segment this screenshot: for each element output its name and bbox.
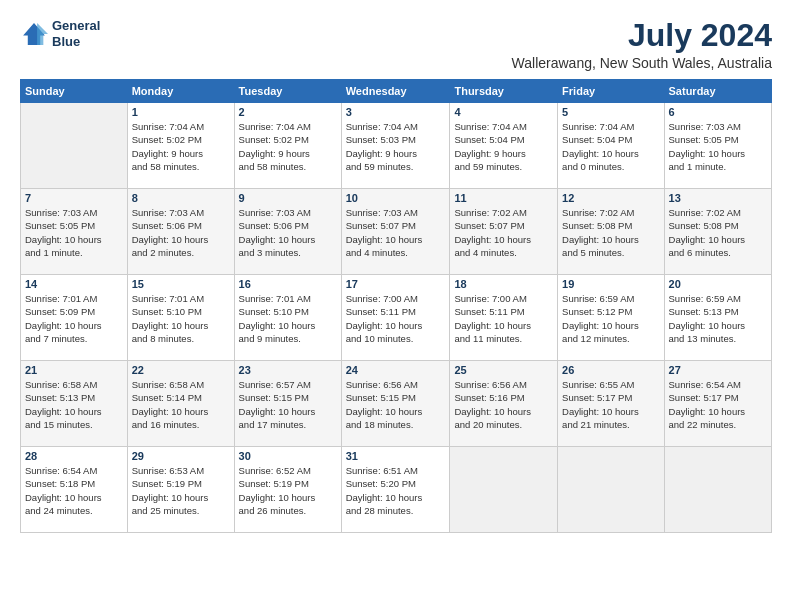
day-info: Sunrise: 7:02 AM Sunset: 5:07 PM Dayligh… (454, 206, 553, 259)
calendar-cell (450, 447, 558, 533)
calendar-week-row: 7Sunrise: 7:03 AM Sunset: 5:05 PM Daylig… (21, 189, 772, 275)
weekday-header: Wednesday (341, 80, 450, 103)
calendar-cell: 26Sunrise: 6:55 AM Sunset: 5:17 PM Dayli… (558, 361, 664, 447)
calendar-cell: 31Sunrise: 6:51 AM Sunset: 5:20 PM Dayli… (341, 447, 450, 533)
calendar-cell: 5Sunrise: 7:04 AM Sunset: 5:04 PM Daylig… (558, 103, 664, 189)
day-number: 5 (562, 106, 659, 118)
day-info: Sunrise: 6:58 AM Sunset: 5:13 PM Dayligh… (25, 378, 123, 431)
day-number: 11 (454, 192, 553, 204)
day-info: Sunrise: 6:57 AM Sunset: 5:15 PM Dayligh… (239, 378, 337, 431)
logo-icon (20, 20, 48, 48)
title-block: July 2024 Wallerawang, New South Wales, … (512, 18, 772, 71)
day-info: Sunrise: 7:03 AM Sunset: 5:06 PM Dayligh… (132, 206, 230, 259)
day-info: Sunrise: 6:55 AM Sunset: 5:17 PM Dayligh… (562, 378, 659, 431)
day-number: 4 (454, 106, 553, 118)
day-number: 17 (346, 278, 446, 290)
calendar-cell: 24Sunrise: 6:56 AM Sunset: 5:15 PM Dayli… (341, 361, 450, 447)
day-info: Sunrise: 7:03 AM Sunset: 5:06 PM Dayligh… (239, 206, 337, 259)
calendar-week-row: 21Sunrise: 6:58 AM Sunset: 5:13 PM Dayli… (21, 361, 772, 447)
calendar-cell: 17Sunrise: 7:00 AM Sunset: 5:11 PM Dayli… (341, 275, 450, 361)
day-number: 3 (346, 106, 446, 118)
weekday-header: Sunday (21, 80, 128, 103)
day-number: 28 (25, 450, 123, 462)
day-info: Sunrise: 7:00 AM Sunset: 5:11 PM Dayligh… (346, 292, 446, 345)
weekday-header: Thursday (450, 80, 558, 103)
day-info: Sunrise: 7:03 AM Sunset: 5:07 PM Dayligh… (346, 206, 446, 259)
weekday-header: Friday (558, 80, 664, 103)
calendar-cell: 8Sunrise: 7:03 AM Sunset: 5:06 PM Daylig… (127, 189, 234, 275)
day-number: 24 (346, 364, 446, 376)
day-number: 20 (669, 278, 767, 290)
day-info: Sunrise: 7:04 AM Sunset: 5:02 PM Dayligh… (132, 120, 230, 173)
calendar-cell: 30Sunrise: 6:52 AM Sunset: 5:19 PM Dayli… (234, 447, 341, 533)
calendar-week-row: 28Sunrise: 6:54 AM Sunset: 5:18 PM Dayli… (21, 447, 772, 533)
day-number: 1 (132, 106, 230, 118)
day-number: 6 (669, 106, 767, 118)
calendar-table: SundayMondayTuesdayWednesdayThursdayFrid… (20, 79, 772, 533)
logo-text: General Blue (52, 18, 100, 49)
day-number: 26 (562, 364, 659, 376)
day-info: Sunrise: 6:53 AM Sunset: 5:19 PM Dayligh… (132, 464, 230, 517)
day-number: 29 (132, 450, 230, 462)
calendar-cell: 19Sunrise: 6:59 AM Sunset: 5:12 PM Dayli… (558, 275, 664, 361)
day-number: 15 (132, 278, 230, 290)
day-info: Sunrise: 6:54 AM Sunset: 5:18 PM Dayligh… (25, 464, 123, 517)
day-info: Sunrise: 7:00 AM Sunset: 5:11 PM Dayligh… (454, 292, 553, 345)
day-number: 9 (239, 192, 337, 204)
page: General Blue July 2024 Wallerawang, New … (0, 0, 792, 612)
day-number: 19 (562, 278, 659, 290)
day-info: Sunrise: 7:03 AM Sunset: 5:05 PM Dayligh… (669, 120, 767, 173)
day-number: 18 (454, 278, 553, 290)
day-number: 8 (132, 192, 230, 204)
day-number: 7 (25, 192, 123, 204)
day-info: Sunrise: 7:04 AM Sunset: 5:03 PM Dayligh… (346, 120, 446, 173)
calendar-cell: 9Sunrise: 7:03 AM Sunset: 5:06 PM Daylig… (234, 189, 341, 275)
day-number: 13 (669, 192, 767, 204)
day-info: Sunrise: 7:04 AM Sunset: 5:02 PM Dayligh… (239, 120, 337, 173)
calendar-cell (558, 447, 664, 533)
calendar-week-row: 14Sunrise: 7:01 AM Sunset: 5:09 PM Dayli… (21, 275, 772, 361)
calendar-cell: 21Sunrise: 6:58 AM Sunset: 5:13 PM Dayli… (21, 361, 128, 447)
day-number: 30 (239, 450, 337, 462)
calendar-cell: 3Sunrise: 7:04 AM Sunset: 5:03 PM Daylig… (341, 103, 450, 189)
day-info: Sunrise: 6:59 AM Sunset: 5:12 PM Dayligh… (562, 292, 659, 345)
day-info: Sunrise: 7:04 AM Sunset: 5:04 PM Dayligh… (454, 120, 553, 173)
calendar-cell: 1Sunrise: 7:04 AM Sunset: 5:02 PM Daylig… (127, 103, 234, 189)
calendar-cell: 15Sunrise: 7:01 AM Sunset: 5:10 PM Dayli… (127, 275, 234, 361)
calendar-week-row: 1Sunrise: 7:04 AM Sunset: 5:02 PM Daylig… (21, 103, 772, 189)
day-info: Sunrise: 7:03 AM Sunset: 5:05 PM Dayligh… (25, 206, 123, 259)
calendar-cell: 4Sunrise: 7:04 AM Sunset: 5:04 PM Daylig… (450, 103, 558, 189)
day-info: Sunrise: 6:56 AM Sunset: 5:15 PM Dayligh… (346, 378, 446, 431)
day-number: 10 (346, 192, 446, 204)
calendar-cell: 25Sunrise: 6:56 AM Sunset: 5:16 PM Dayli… (450, 361, 558, 447)
calendar-cell: 23Sunrise: 6:57 AM Sunset: 5:15 PM Dayli… (234, 361, 341, 447)
weekday-header: Saturday (664, 80, 771, 103)
calendar-cell: 29Sunrise: 6:53 AM Sunset: 5:19 PM Dayli… (127, 447, 234, 533)
header: General Blue July 2024 Wallerawang, New … (20, 18, 772, 71)
calendar-cell: 16Sunrise: 7:01 AM Sunset: 5:10 PM Dayli… (234, 275, 341, 361)
calendar-cell (664, 447, 771, 533)
calendar-cell: 20Sunrise: 6:59 AM Sunset: 5:13 PM Dayli… (664, 275, 771, 361)
calendar-cell: 11Sunrise: 7:02 AM Sunset: 5:07 PM Dayli… (450, 189, 558, 275)
day-number: 16 (239, 278, 337, 290)
day-number: 12 (562, 192, 659, 204)
calendar-cell: 12Sunrise: 7:02 AM Sunset: 5:08 PM Dayli… (558, 189, 664, 275)
day-number: 14 (25, 278, 123, 290)
day-info: Sunrise: 7:04 AM Sunset: 5:04 PM Dayligh… (562, 120, 659, 173)
day-number: 23 (239, 364, 337, 376)
day-info: Sunrise: 7:02 AM Sunset: 5:08 PM Dayligh… (669, 206, 767, 259)
calendar-cell: 2Sunrise: 7:04 AM Sunset: 5:02 PM Daylig… (234, 103, 341, 189)
calendar-cell: 10Sunrise: 7:03 AM Sunset: 5:07 PM Dayli… (341, 189, 450, 275)
day-info: Sunrise: 6:56 AM Sunset: 5:16 PM Dayligh… (454, 378, 553, 431)
day-info: Sunrise: 6:52 AM Sunset: 5:19 PM Dayligh… (239, 464, 337, 517)
day-info: Sunrise: 7:01 AM Sunset: 5:10 PM Dayligh… (132, 292, 230, 345)
calendar-cell: 13Sunrise: 7:02 AM Sunset: 5:08 PM Dayli… (664, 189, 771, 275)
calendar-cell: 14Sunrise: 7:01 AM Sunset: 5:09 PM Dayli… (21, 275, 128, 361)
day-info: Sunrise: 6:51 AM Sunset: 5:20 PM Dayligh… (346, 464, 446, 517)
calendar-cell: 18Sunrise: 7:00 AM Sunset: 5:11 PM Dayli… (450, 275, 558, 361)
day-info: Sunrise: 6:58 AM Sunset: 5:14 PM Dayligh… (132, 378, 230, 431)
day-info: Sunrise: 7:02 AM Sunset: 5:08 PM Dayligh… (562, 206, 659, 259)
calendar-cell: 28Sunrise: 6:54 AM Sunset: 5:18 PM Dayli… (21, 447, 128, 533)
day-number: 27 (669, 364, 767, 376)
calendar-cell: 22Sunrise: 6:58 AM Sunset: 5:14 PM Dayli… (127, 361, 234, 447)
